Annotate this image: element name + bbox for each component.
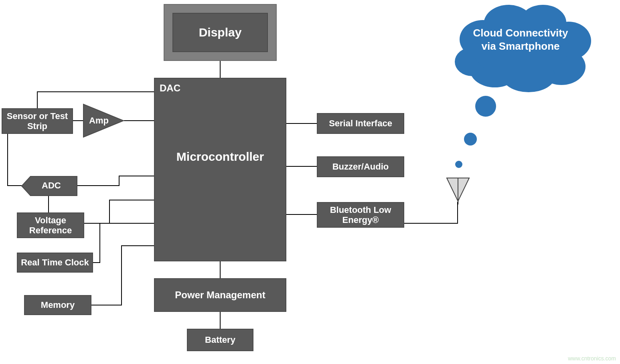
buzzer-block: Buzzer/Audio [317,156,404,177]
vref-block: Voltage Reference [17,212,84,238]
battery-label: Battery [202,333,239,346]
conn-mcu-ble [286,214,317,215]
conn-mcu-adc [119,176,154,176]
buzzer-label: Buzzer/Audio [329,160,392,173]
mcu-dac-label: DAC [160,83,180,94]
conn-amp-mcu [123,120,154,121]
cloud-dot-med [464,132,477,146]
conn-ble-antenna-h [404,223,458,224]
battery-block: Battery [187,329,253,351]
conn-loop-top [37,91,154,92]
memory-block: Memory [24,295,91,315]
serial-label: Serial Interface [326,117,395,130]
display-block: Display [172,13,268,52]
watermark: www.cntronics.com [568,355,616,362]
ble-label: Bluetooth Low Energy® [318,203,403,227]
conn-mcu-buzzer [286,166,317,167]
conn-mcu-serial [286,123,317,124]
adc-label: ADC [42,180,61,191]
rtc-label: Real Time Clock [18,256,92,269]
conn-ble-antenna-v [457,202,458,224]
conn-vref-mcu [109,200,154,200]
rtc-block: Real Time Clock [17,253,93,273]
conn-adc-vref [48,195,49,213]
conn-mcu-adc-v [119,176,120,186]
power-label: Power Management [172,288,268,302]
memory-label: Memory [38,298,78,311]
power-block: Power Management [154,278,286,312]
conn-mem-mcu [121,245,154,246]
antenna-icon [445,176,471,204]
cloud-dot-small [455,160,463,168]
serial-block: Serial Interface [317,113,404,134]
vref-label: Voltage Reference [18,214,83,237]
conn-rtc-mcu-v [99,223,100,263]
conn-adc-left-tail [7,185,22,186]
amp-label: Amp [89,115,109,126]
conn-power-battery [220,312,221,329]
conn-mem-mcu-h2 [91,305,122,305]
conn-display-mcu [220,61,221,78]
ble-block: Bluetooth Low Energy® [317,202,404,228]
conn-mcu-power [220,261,221,278]
mcu-main-label: Microcontroller [176,150,264,164]
conn-rtc-mcu-h2 [93,262,100,263]
conn-loop-up [37,91,38,109]
conn-vref-mcu-v [109,200,110,224]
sensor-label: Sensor or Test Strip [2,109,72,133]
sensor-block: Sensor or Test Strip [2,108,73,134]
svg-point-5 [455,161,462,168]
svg-point-6 [464,133,477,146]
conn-mem-mcu-v [121,245,122,305]
display-label: Display [196,24,245,41]
cloud-dot-large [475,95,496,117]
mcu-block: DAC Microcontroller [154,78,286,261]
conn-rtc-mcu [99,223,154,224]
svg-point-7 [475,96,496,117]
conn-mcu-adc-h2 [77,185,120,186]
cloud-label: Cloud Connectivity via Smartphone [468,26,573,53]
